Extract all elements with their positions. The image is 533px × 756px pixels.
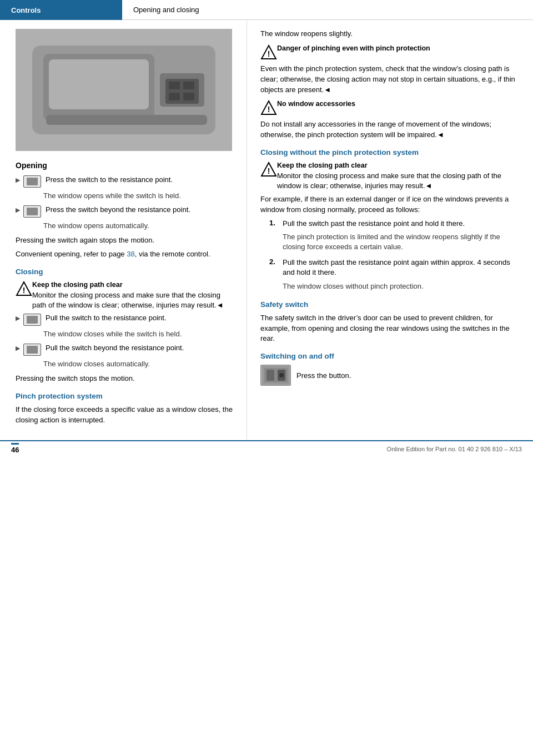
svg-text:!: ! [268, 167, 270, 175]
opening-step1: ▶ Press the switch to the resistance poi… [16, 175, 235, 188]
closing-nopinch-title: Closing without the pinch protection sys… [260, 148, 522, 157]
footer-text: Online Edition for Part no. 01 40 2 926 … [387, 446, 522, 452]
pinch-title: Pinch protection system [16, 392, 235, 400]
switch-icon-4 [23, 344, 41, 356]
danger-warning-box: ! Danger of pinching even with pinch pro… [260, 44, 522, 61]
opening-title: Opening [16, 161, 235, 170]
opening-page-link[interactable]: 38 [127, 250, 134, 258]
safety-switch-image [260, 365, 291, 386]
switching-title: Switching on and off [260, 352, 522, 360]
step2-title: Pull the switch past the resistance poin… [283, 258, 522, 278]
controls-label: Controls [11, 6, 41, 14]
closing-step2-text: Pull the switch beyond the resistance po… [46, 344, 235, 352]
keep-clear-title: Keep the closing path clear [277, 161, 522, 171]
closing-warning-body: Monitor the closing process and make sur… [32, 290, 235, 310]
svg-rect-9 [183, 93, 194, 100]
warning-icon-keep-clear: ! [260, 161, 277, 178]
switch-icon-3 [23, 314, 41, 326]
closing-title: Closing [16, 268, 235, 276]
numbered-item-1: 1. Pull the switch past the resistance p… [269, 219, 522, 253]
left-column: Opening ▶ Press the switch to the resist… [0, 20, 247, 440]
keep-clear-warning-text: Keep the closing path clear Monitor the … [277, 161, 522, 191]
no-accessory-body: Do not install any accessories in the ra… [260, 119, 522, 140]
header-section-label: Opening and closing [122, 0, 533, 20]
step-num-2: 2. [269, 258, 278, 266]
arrow-bullet-2: ▶ [16, 206, 20, 214]
closing-note1: Pressing the switch stops the motion. [16, 374, 235, 384]
no-accessory-warning-text: No window accessories [277, 99, 522, 109]
danger-warning-title: Danger of pinching even with pinch prote… [277, 44, 522, 54]
svg-text:!: ! [268, 105, 270, 114]
warning-icon-closing: ! [16, 280, 32, 297]
safety-switch-text: The safety switch in the driver’s door c… [260, 313, 522, 345]
opening-note1: Pressing the switch again stops the moti… [16, 235, 235, 246]
switch-icon-2 [23, 205, 41, 218]
step2-sub: The window closes without pinch protecti… [283, 281, 522, 291]
closing-warning-box: ! Keep the closing path clear Monitor th… [16, 280, 235, 310]
svg-point-23 [279, 373, 284, 377]
opening-step2-text: Press the switch beyond the resistance p… [46, 205, 235, 214]
danger-warning-body: Even with the pinch protection system, c… [260, 64, 522, 95]
right-column: The window reopens slightly. ! Danger of… [247, 20, 533, 440]
opening-step2: ▶ Press the switch beyond the resistance… [16, 205, 235, 218]
closing-step1-sub: The window closes while the switch is he… [43, 329, 235, 339]
closing-step1-text: Pull the switch to the resistance point. [46, 314, 235, 322]
opening-step2-sub: The window opens automatically. [43, 221, 235, 231]
keep-clear-body: Monitor the closing process and make sur… [277, 171, 522, 191]
numbered-steps: 1. Pull the switch past the resistance p… [269, 219, 522, 291]
header-controls-label: Controls [0, 0, 122, 20]
step2-content: Pull the switch past the resistance poin… [283, 258, 522, 291]
svg-rect-7 [183, 82, 194, 89]
numbered-item-2: 2. Pull the switch past the resistance p… [269, 258, 522, 291]
no-accessory-warning-box: ! No window accessories [260, 99, 522, 116]
opening-note2: Convenient opening, refer to page 38, vi… [16, 249, 235, 260]
press-button-text: Press the button. [296, 371, 522, 380]
svg-text:!: ! [268, 49, 270, 58]
footer-page-number: 46 [11, 443, 19, 454]
arrow-bullet-1: ▶ [16, 177, 20, 184]
section-label: Opening and closing [133, 6, 199, 14]
warning-icon-danger: ! [260, 44, 277, 61]
svg-rect-21 [266, 370, 274, 381]
pinch-text: If the closing force exceeds a specific … [16, 405, 235, 426]
closing-step1: ▶ Pull the switch to the resistance poin… [16, 314, 235, 326]
arrow-bullet-3: ▶ [16, 315, 20, 322]
step1-content: Pull the switch past the resistance poin… [283, 219, 522, 253]
svg-rect-8 [169, 93, 180, 100]
svg-rect-3 [49, 59, 149, 109]
opening-step1-text: Press the switch to the resistance point… [46, 175, 235, 184]
svg-rect-10 [46, 115, 207, 125]
opening-note2-pre: Convenient opening, refer to page [16, 250, 127, 258]
danger-warning-text: Danger of pinching even with pinch prote… [277, 44, 522, 54]
opening-note2-post: , via the remote control. [135, 250, 210, 258]
step1-sub: The pinch protection is limited and the … [283, 232, 522, 252]
step1-title: Pull the switch past the resistance poin… [283, 219, 522, 229]
car-image [16, 29, 232, 151]
svg-rect-6 [169, 82, 180, 89]
arrow-bullet-4: ▶ [16, 345, 20, 352]
switch-icon-1 [23, 175, 41, 188]
closing-step2: ▶ Pull the switch beyond the resistance … [16, 344, 235, 356]
switching-step: Press the button. [260, 365, 522, 386]
svg-text:!: ! [23, 286, 26, 295]
proceed-text: For example, if there is an external dan… [260, 194, 522, 215]
warning-icon-accessory: ! [260, 99, 277, 116]
footer: 46 Online Edition for Part no. 01 40 2 9… [0, 440, 533, 457]
step-num-1: 1. [269, 219, 278, 227]
no-accessory-title: No window accessories [277, 99, 522, 109]
safety-switch-title: Safety switch [260, 300, 522, 309]
opening-step1-sub: The window opens while the switch is hel… [43, 191, 235, 201]
closing-step2-sub: The window closes automatically. [43, 359, 235, 369]
header: Controls Opening and closing [0, 0, 533, 20]
closing-warning-text: Keep the closing path clear Monitor the … [32, 280, 235, 310]
reopen-text: The window reopens slightly. [260, 29, 522, 39]
main-content: Opening ▶ Press the switch to the resist… [0, 20, 533, 440]
keep-clear-warning-box: ! Keep the closing path clear Monitor th… [260, 161, 522, 191]
